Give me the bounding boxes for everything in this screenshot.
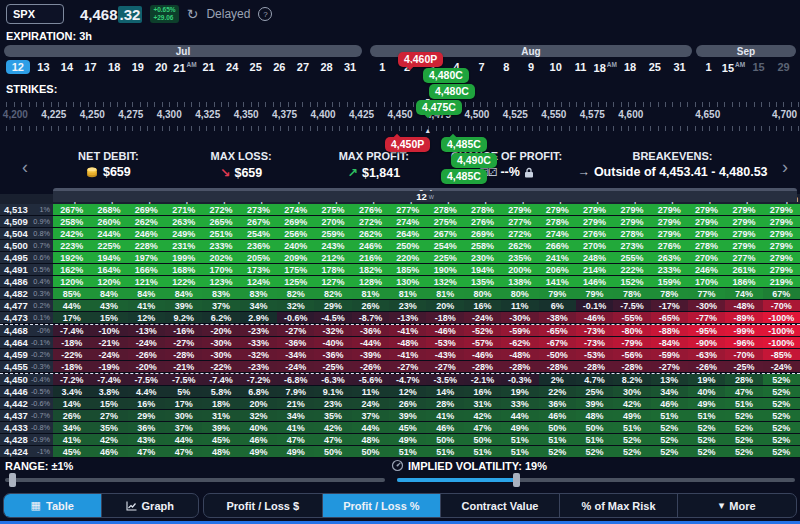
- date-cell[interactable]: 7: [469, 61, 494, 73]
- date-cell[interactable]: 1: [696, 61, 721, 73]
- date-cell[interactable]: 10: [543, 61, 568, 73]
- tab--of-max-risk[interactable]: % of Max Risk: [560, 494, 679, 517]
- leg-badge-4480c[interactable]: 4,480C: [429, 84, 475, 99]
- net-debit-label: NET DEBIT:: [42, 150, 175, 162]
- stat-breakevens: BREAKEVENS: →Outside of 4,453.41 - 4,480…: [573, 148, 772, 186]
- date-cell[interactable]: 26: [268, 61, 292, 73]
- tab-contract-value[interactable]: Contract Value: [441, 494, 560, 517]
- pl-percent-cell: -28%: [539, 361, 576, 372]
- pl-percent-cell: -48%: [725, 300, 762, 311]
- pl-percent-cell: 44%: [352, 422, 389, 433]
- strike-cell: 4,424: [0, 446, 34, 457]
- pl-percent-cell: -30%: [202, 337, 239, 348]
- pl-percent-cell: 21%: [277, 398, 314, 409]
- date-cell[interactable]: 31: [667, 61, 692, 73]
- stats-next-chevron[interactable]: ›: [782, 158, 788, 176]
- pl-percent-cell: 9.2%: [165, 312, 202, 323]
- leg-badge-4450p[interactable]: 4,450P: [385, 137, 430, 152]
- refresh-icon[interactable]: ↻: [187, 6, 199, 22]
- pl-percent-cell: 146%: [576, 276, 613, 287]
- pl-percent-cell: -95%: [688, 325, 725, 336]
- change-absolute: +29.06: [153, 14, 175, 22]
- pl-percent-cell: 34%: [651, 386, 688, 397]
- date-cell[interactable]: 21: [197, 61, 221, 73]
- tab-profit-loss-[interactable]: Profit / Loss %: [323, 494, 442, 517]
- leg-badge-4485c[interactable]: 4,485C: [441, 169, 487, 184]
- pl-percent-cell: 20%: [240, 398, 277, 409]
- iv-slider-handle[interactable]: [513, 473, 520, 487]
- date-cell[interactable]: 25: [642, 61, 667, 73]
- date-cell[interactable]: 20: [150, 61, 174, 73]
- date-cell[interactable]: 18: [618, 61, 643, 73]
- pl-percent-cell: 273%: [613, 240, 650, 251]
- date-cell[interactable]: 9: [519, 61, 544, 73]
- pl-percent-cell: 48%: [202, 446, 239, 457]
- pl-percent-cell: 44%: [53, 300, 90, 311]
- pl-percent-cell: 267%: [240, 216, 277, 227]
- heatmap-row: 4,437-0.7%26%27%29%30%31%32%34%35%37%39%…: [0, 410, 800, 422]
- date-cell[interactable]: 11: [568, 61, 593, 73]
- date-cell[interactable]: 27: [291, 61, 315, 73]
- tab-profit-loss-[interactable]: Profit / Loss $: [204, 494, 323, 517]
- strike-cell: 4,509: [0, 216, 34, 227]
- heatmap-row: 4,4950.6%192%194%197%199%202%205%209%212…: [0, 252, 800, 264]
- date-cell[interactable]: 13: [32, 61, 56, 73]
- date-cell[interactable]: 14: [55, 61, 79, 73]
- date-cell[interactable]: 1: [370, 61, 395, 73]
- date-cell[interactable]: 21AM: [173, 61, 197, 74]
- pl-percent-cell: 26%: [352, 300, 389, 311]
- pl-percent-cell: -23%: [240, 325, 277, 336]
- lock-icon[interactable]: [524, 167, 534, 178]
- leg-badge-4460p[interactable]: 4,460P: [398, 52, 443, 67]
- help-icon[interactable]: ?: [258, 7, 272, 21]
- date-cell[interactable]: 17: [79, 61, 103, 73]
- pl-percent-cell: -62%: [501, 337, 538, 348]
- pl-percent-cell: 261%: [725, 264, 762, 275]
- tab-label: Profit / Loss %: [343, 500, 419, 512]
- symbol-input[interactable]: SPX: [6, 4, 64, 24]
- pl-percent-cell: -33%: [240, 337, 277, 348]
- strike-cell: 4,442: [0, 398, 34, 409]
- pl-percent-cell: -46%: [426, 325, 463, 336]
- leg-badge-4485c[interactable]: 4,485C: [441, 137, 487, 152]
- stats-prev-chevron[interactable]: ‹: [22, 158, 28, 176]
- date-cell[interactable]: 31: [338, 61, 362, 73]
- pl-percent-cell: 52%: [763, 398, 800, 409]
- iv-slider-track[interactable]: [397, 478, 795, 482]
- date-cell[interactable]: 15: [746, 61, 771, 73]
- date-cell[interactable]: 15AM: [721, 61, 746, 74]
- range-slider-track[interactable]: [5, 478, 385, 482]
- heatmap-row: 4,428-0.9%41%42%43%44%45%46%47%47%48%49%…: [0, 434, 800, 446]
- tab-more[interactable]: ▾More: [678, 494, 796, 517]
- pl-percent-cell: 270%: [314, 216, 351, 227]
- pl-percent-cell: 17%: [165, 398, 202, 409]
- date-cell[interactable]: 18AM: [593, 61, 618, 74]
- pl-percent-cell: 250%: [389, 240, 426, 251]
- pl-percent-cell: -27%: [426, 361, 463, 372]
- pl-percent-cell: 275%: [314, 204, 351, 215]
- pl-percent-cell: 125%: [277, 276, 314, 287]
- strike-cell: 4,468: [0, 325, 34, 336]
- tab-table[interactable]: ▦Table: [4, 494, 102, 517]
- heatmap-row: 4,5000.7%223%225%228%231%233%236%240%243…: [0, 240, 800, 252]
- tab-graph[interactable]: Graph: [102, 494, 199, 517]
- pl-percent-cell: -0.6%: [277, 312, 314, 323]
- date-cell[interactable]: 18: [102, 61, 126, 73]
- date-cell[interactable]: 28: [315, 61, 339, 73]
- range-slider-handle[interactable]: [9, 473, 16, 487]
- pl-percent-cell: 130%: [389, 276, 426, 287]
- date-cell[interactable]: 8: [494, 61, 519, 73]
- leg-badge-4475c[interactable]: 4,475C: [416, 100, 462, 115]
- pct-change-cell: 0.7%: [34, 240, 53, 251]
- date-cell[interactable]: 19: [126, 61, 150, 73]
- date-cell[interactable]: 25: [244, 61, 268, 73]
- pl-percent-cell: 279%: [651, 228, 688, 239]
- tab-label: Graph: [142, 500, 174, 512]
- date-cell[interactable]: 24: [220, 61, 244, 73]
- leg-badge-4490c[interactable]: 4,490C: [451, 153, 497, 168]
- date-cell[interactable]: 29: [771, 61, 796, 73]
- strike-ruler[interactable]: 4,2004,2254,2504,2754,3004,3254,3504,375…: [0, 100, 800, 134]
- pl-percent-cell: 52%: [688, 434, 725, 445]
- date-cell[interactable]: 12: [6, 60, 30, 74]
- leg-badge-4480c[interactable]: 4,480C: [423, 68, 469, 83]
